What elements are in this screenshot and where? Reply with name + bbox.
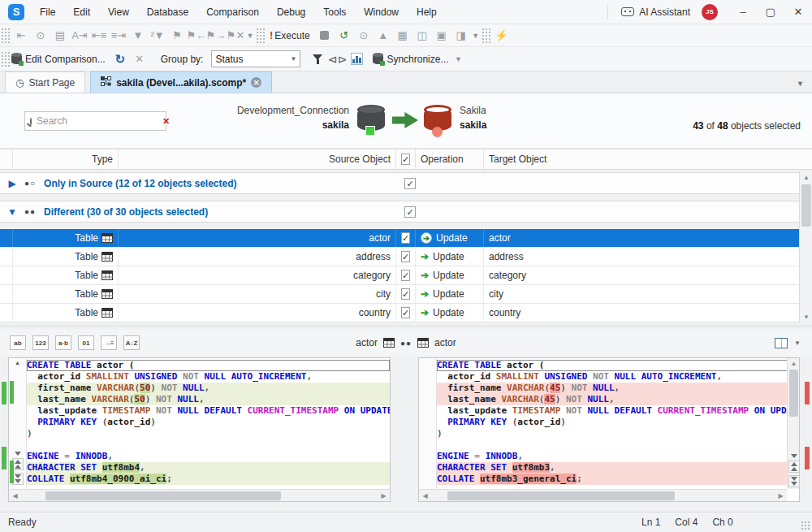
indentation-icon[interactable]: →≡ xyxy=(101,335,117,350)
encoding-icon[interactable]: ab xyxy=(10,335,26,350)
layout-icon[interactable]: ◫ xyxy=(413,27,431,45)
scrollbar-thumb[interactable] xyxy=(45,491,281,500)
scrollbar-thumb[interactable] xyxy=(789,370,798,417)
clear-search-icon[interactable]: ✕ xyxy=(162,116,170,127)
history-icon[interactable]: ↺ xyxy=(335,27,353,45)
toolbar-overflow-caret[interactable]: ▼ xyxy=(245,32,255,40)
comment-icon[interactable]: ▼ xyxy=(129,27,147,45)
menu-help[interactable]: Help xyxy=(408,0,446,24)
menu-comparison[interactable]: Comparison xyxy=(197,0,268,24)
bookmark-icon[interactable]: ⚑ xyxy=(168,27,186,45)
minimize-button[interactable]: – xyxy=(729,0,757,24)
scroll-left-icon[interactable]: ◀ xyxy=(419,490,431,502)
open-folder-icon[interactable]: ▤ xyxy=(51,27,69,45)
tab-start-page[interactable]: ◷Start Page xyxy=(5,71,85,93)
screenshot-icon[interactable]: ⊙ xyxy=(32,27,50,45)
report-icon[interactable] xyxy=(348,50,365,68)
toolbar-grip[interactable] xyxy=(2,51,10,67)
filter-icon[interactable] xyxy=(309,50,326,68)
column-header-type[interactable]: Type xyxy=(13,149,119,169)
ai-assistant-button[interactable]: AI Assistant xyxy=(615,2,697,23)
vertical-scrollbar[interactable]: ▲ xyxy=(787,358,799,489)
table-row[interactable]: Tableaddress✓➔Updateaddress xyxy=(0,248,812,266)
export-icon[interactable]: ▲ xyxy=(374,27,392,45)
resize-grip[interactable] xyxy=(801,521,810,530)
column-header-source-object[interactable]: Source Object xyxy=(119,149,396,169)
scroll-left-icon[interactable]: ◀ xyxy=(9,490,21,502)
row-checkbox[interactable]: ✓ xyxy=(396,285,416,303)
grid-vertical-scrollbar[interactable]: ▲ ▼ xyxy=(799,171,812,323)
menu-debug[interactable]: Debug xyxy=(268,0,314,24)
toolbar-grip[interactable] xyxy=(482,28,490,44)
toolbar-grip[interactable] xyxy=(257,28,265,44)
scrollbar-thumb[interactable] xyxy=(447,491,675,500)
layout-caret[interactable]: ▼ xyxy=(794,340,801,347)
table-row[interactable]: Tablecity✓➔Updatecity xyxy=(0,285,812,304)
checkbox[interactable]: ✓ xyxy=(401,232,410,244)
last-change-icon[interactable] xyxy=(788,475,800,487)
checkbox[interactable]: ✓ xyxy=(401,288,410,300)
menu-tools[interactable]: Tools xyxy=(314,0,355,24)
row-checkbox[interactable]: ✓ xyxy=(396,248,416,266)
refresh-icon[interactable]: ↻ xyxy=(111,50,129,68)
maximize-button[interactable]: ▢ xyxy=(757,0,784,24)
database-build-icon[interactable]: ▦ xyxy=(394,27,412,45)
group-by-select[interactable]: Status ▼ xyxy=(211,50,300,67)
target-sql-editor[interactable]: CREATE TABLE actor ( actor_id SMALLINT U… xyxy=(418,357,800,502)
synchronize-caret[interactable]: ▼ xyxy=(453,55,463,63)
source-sql-code[interactable]: CREATE TABLE actor ( actor_id SMALLINT U… xyxy=(27,358,390,501)
tab-sakila-scomp[interactable]: sakila (Devel...akila).scomp*✕ xyxy=(90,71,272,93)
scrollbar-thumb[interactable] xyxy=(801,184,811,227)
prev-bookmark-icon[interactable]: ⚑← xyxy=(188,27,205,45)
menu-window[interactable]: Window xyxy=(355,0,408,24)
synchronize-button[interactable]: Synchronize... xyxy=(373,54,453,65)
target-sql-code[interactable]: CREATE TABLE actor ( actor_id SMALLINT U… xyxy=(437,358,799,501)
column-header-operation[interactable]: Operation xyxy=(416,149,484,169)
toolbar-grip[interactable] xyxy=(2,28,10,44)
close-tab-icon[interactable]: ✕ xyxy=(251,77,261,88)
uncomment-icon[interactable]: ²▼ xyxy=(149,27,166,45)
checkbox[interactable]: ✓ xyxy=(401,270,410,281)
navigate-backward-icon[interactable]: ⇤ xyxy=(12,27,30,45)
group-checkbox[interactable]: ✓ xyxy=(404,206,416,218)
scroll-down-icon[interactable]: ▼ xyxy=(800,311,812,323)
stop-icon[interactable] xyxy=(316,27,334,45)
sort-az-icon[interactable]: A↓Z xyxy=(123,335,140,350)
select-all-checkbox[interactable]: ✓ xyxy=(396,149,416,169)
cancel-comparison-icon[interactable]: ✕ xyxy=(131,50,149,68)
column-header-target-object[interactable]: Target Object xyxy=(484,149,812,169)
scroll-down-icon[interactable] xyxy=(791,454,797,458)
menu-database[interactable]: Database xyxy=(138,0,197,24)
expand-collapse-icon[interactable]: ▶ xyxy=(0,178,24,189)
menu-edit[interactable]: Edit xyxy=(64,0,99,24)
group-row-only-in-source[interactable]: ▶●○Only in Source (12 of 12 objects sele… xyxy=(0,172,812,194)
group-checkbox[interactable]: ✓ xyxy=(404,178,416,189)
toolbar-overflow-caret[interactable]: ▼ xyxy=(471,32,481,40)
layout-columns-icon[interactable] xyxy=(775,338,788,348)
execute-button[interactable]: Execute xyxy=(274,30,309,41)
scroll-up-icon[interactable]: ▲ xyxy=(800,171,812,184)
first-change-icon[interactable] xyxy=(788,461,800,473)
table-row[interactable]: Tablecountry✓➔Updatecountry xyxy=(0,304,812,322)
image-icon[interactable]: ▣ xyxy=(433,27,451,45)
scroll-right-icon[interactable]: ▶ xyxy=(378,490,390,502)
menu-view[interactable]: View xyxy=(99,0,138,24)
source-sql-editor[interactable]: ▲ CREATE TABLE actor ( actor_id SMALLINT… xyxy=(8,357,391,502)
checkbox[interactable]: ✓ xyxy=(401,251,410,262)
group-row-different[interactable]: ▼●●Different (30 of 30 objects selected)… xyxy=(0,201,812,223)
menu-file[interactable]: File xyxy=(31,0,64,24)
checkbox[interactable]: ✓ xyxy=(401,307,410,318)
close-button[interactable]: ✕ xyxy=(784,0,812,24)
rename-icon[interactable]: A⇥ xyxy=(71,27,89,45)
find-icon[interactable]: ⊲⊳ xyxy=(328,50,346,68)
horizontal-scrollbar[interactable]: ◀ ▶ xyxy=(419,489,787,501)
new-connection-icon[interactable]: ⚡ xyxy=(493,27,511,45)
user-avatar[interactable]: JS xyxy=(702,4,718,20)
clear-bookmarks-icon[interactable]: ⚑✕ xyxy=(227,27,244,45)
binary-view-icon[interactable]: 01 xyxy=(78,335,94,350)
increase-indent-icon[interactable]: ≡⇥ xyxy=(110,27,127,45)
edit-comparison-button[interactable]: Edit Comparison... xyxy=(11,54,110,65)
expand-collapse-icon[interactable]: ▼ xyxy=(0,206,24,218)
word-diff-icon[interactable]: a·b xyxy=(55,335,71,350)
horizontal-scrollbar[interactable]: ◀ ▶ xyxy=(9,489,390,501)
